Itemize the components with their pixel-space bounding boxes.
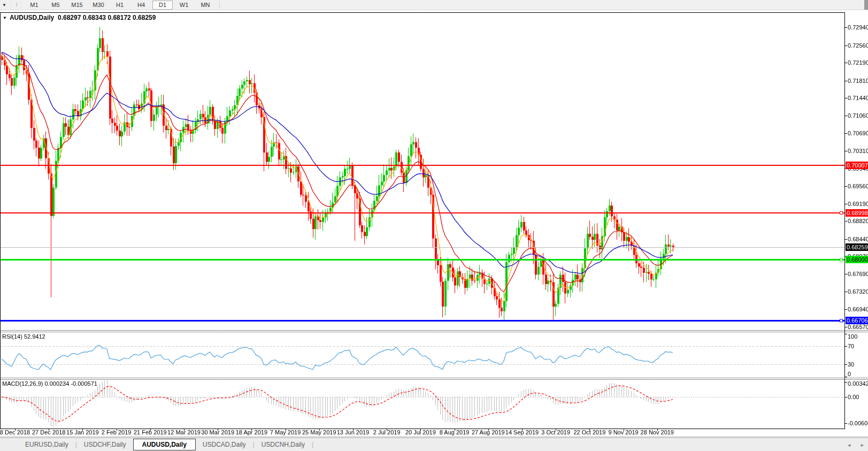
price-tick-label: 0.72560 [848, 42, 868, 49]
hline-price-label: 0.70007 [846, 162, 868, 169]
rsi-tick-label: 70 [848, 343, 868, 349]
price-tick-label: 0.72940 [848, 24, 868, 30]
rsi-tick-label: 100 [848, 333, 868, 340]
timeframe-button-M30[interactable]: M30 [88, 1, 109, 10]
price-tick-label: 0.71810 [848, 78, 868, 84]
price-tick-label: 0.70310 [848, 148, 868, 154]
date-tick-label: 21 Feb 2019 [134, 429, 167, 435]
date-tick-label: 3 Oct 2019 [541, 429, 570, 435]
macd-indicator-label: MACD(12,26,9) 0.000234 -0.000571 [2, 380, 97, 387]
price-tick-label: 0.71060 [848, 112, 868, 119]
timeframe-button-M15[interactable]: M15 [67, 1, 87, 10]
chart-title: ▼AUDUSD,Daily 0.68297 0.68343 0.68172 0.… [3, 14, 156, 21]
timeframe-button-H1[interactable]: H1 [110, 1, 130, 10]
date-tick-label: 2 Feb 2019 [102, 429, 132, 435]
timeframe-button-MN[interactable]: MN [195, 1, 216, 10]
tab-scroll-arrows: ◄ ► [847, 438, 865, 451]
chart-tabs: EURUSD,Daily|USDCHF,DailyAUDUSD,DailyUSD… [18, 439, 313, 450]
mt4-window: ▼ ⁞⁞ M1M5M15M30H1H4D1W1MN ▼AUDUSD,Daily … [0, 0, 868, 451]
price-tick-label: 0.67690 [848, 271, 868, 277]
toolbar-edge [864, 0, 868, 10]
toolbar-grip-handle[interactable]: ⁞⁞ [11, 1, 21, 9]
date-tick-label: 13 Jun 2019 [337, 429, 370, 435]
date-tick-label: 2 Jul 2019 [373, 429, 401, 435]
price-tick-label: 0.69190 [848, 201, 868, 207]
price-tick-label: 0.72190 [848, 59, 868, 66]
price-tick-label: 0.66940 [848, 306, 868, 312]
hline-price-label: 0.66706 [846, 317, 868, 324]
hline-price-label: 0.68000 [846, 256, 868, 263]
timeframe-button-W1[interactable]: W1 [174, 1, 194, 10]
price-tick-label: 0.68820 [848, 218, 868, 224]
price-chart-canvas[interactable] [0, 0, 868, 438]
rsi-indicator-label: RSI(14) 52.9412 [2, 333, 45, 340]
date-tick-label: 8 Dec 2018 [0, 429, 30, 435]
price-tick-label: 0.71440 [848, 95, 868, 101]
timeframe-toolbar: ▼ ⁞⁞ M1M5M15M30H1H4D1W1MN [0, 0, 868, 10]
macd-tick-label: 0.003421 [848, 380, 868, 387]
toolbar-separator [219, 1, 220, 9]
price-tick-label: 0.69560 [848, 183, 868, 189]
date-tick-label: 12 Mar 2019 [167, 429, 201, 435]
price-tick-label: 0.70690 [848, 130, 868, 136]
date-tick-label: 27 Aug 2019 [472, 429, 505, 435]
timeframe-button-M1[interactable]: M1 [24, 1, 44, 10]
date-tick-label: 20 Jul 2019 [405, 429, 436, 435]
date-tick-label: 30 Mar 2019 [201, 429, 234, 435]
tab-eurusd-daily[interactable]: EURUSD,Daily [18, 439, 75, 450]
date-tick-label: 7 May 2019 [270, 429, 301, 435]
date-tick-label: 14 Sep 2019 [505, 429, 539, 435]
macd-tick-label: -0.006069 [848, 420, 868, 426]
date-tick-label: 18 Apr 2019 [236, 429, 267, 435]
rsi-tick-label: 0 [848, 371, 868, 377]
timeframe-button-H4[interactable]: H4 [131, 1, 151, 10]
bid-price-label: 0.68259 [846, 243, 868, 251]
tab-scroll-left-icon[interactable]: ◄ [847, 442, 851, 448]
price-tick-label: 0.66570 [848, 324, 868, 330]
tab-usdcad-daily[interactable]: USDCAD,Daily [196, 439, 253, 450]
hline-price-label: 0.68998 [846, 209, 868, 217]
tab-usdcnh-daily[interactable]: USDCNH,Daily [255, 439, 312, 450]
date-tick-label: 25 May 2019 [302, 429, 336, 435]
date-tick-label: 28 Nov 2019 [641, 429, 674, 435]
date-tick-label: 9 Nov 2019 [608, 429, 638, 435]
chart-tab-bar: EURUSD,Daily|USDCHF,DailyAUDUSD,DailyUSD… [0, 438, 868, 451]
tab-scroll-right-icon[interactable]: ► [860, 442, 865, 448]
chevron-down-icon[interactable]: ▼ [0, 3, 9, 7]
timeframe-button-M5[interactable]: M5 [45, 1, 66, 10]
rsi-tick-label: 30 [848, 361, 868, 368]
chart-symbol-label: AUDUSD,Daily [10, 14, 54, 21]
date-tick-label: 15 Jan 2019 [66, 429, 99, 435]
tab-audusd-daily[interactable]: AUDUSD,Daily [133, 439, 196, 450]
date-tick-label: 22 Oct 2019 [573, 429, 605, 435]
timeframe-buttons: M1M5M15M30H1H4D1W1MN [24, 0, 216, 10]
tab-separator: | [312, 441, 313, 448]
tab-usdchf-daily[interactable]: USDCHF,Daily [77, 439, 133, 450]
date-tick-label: 8 Aug 2019 [440, 429, 470, 435]
price-tick-label: 0.68440 [848, 236, 868, 242]
macd-tick-label: 0.00 [848, 394, 868, 400]
date-tick-label: 27 Dec 2018 [32, 429, 65, 435]
chart-dropdown-icon[interactable]: ▼ [3, 16, 7, 20]
chart-ohlc-values: 0.68297 0.68343 0.68172 0.68259 [58, 14, 156, 21]
timeframe-button-D1[interactable]: D1 [152, 1, 173, 10]
price-tick-label: 0.67320 [848, 288, 868, 295]
